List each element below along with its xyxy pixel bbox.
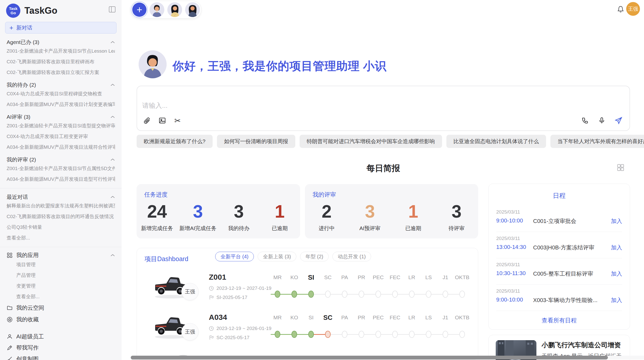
ai-employee-icon [7,334,13,340]
milestone-dot [409,291,415,298]
chat-input-card: ✂ [137,86,630,131]
suggestion-chip[interactable]: 特朗普可能对进口汽车增税会对中国车企造成哪些影响 [300,135,442,148]
tab-all-new-platform[interactable]: 全新平台 (4) [215,252,254,261]
view-all-link[interactable]: 查看全部... [7,233,115,243]
sidebar-item-favorites[interactable]: 我的收藏 [7,314,115,325]
microphone-icon[interactable] [597,116,606,125]
section-agent-done[interactable]: Agent已办 (3) [7,39,115,46]
list-item[interactable]: Z001-全新燃油轻卡产品开发项目SI节点属性5D文件评审 [7,163,115,174]
list-item[interactable]: Z001-全新燃油轻卡产品开发项目SI造型提交物评审 [7,121,115,131]
sidebar-collapse-icon[interactable] [108,6,116,13]
assistant-avatar [139,50,167,78]
suggestion-chip[interactable]: 比亚迪全固态电池计划具体说了什么 [446,135,546,148]
milestone-label: LS [420,274,437,281]
list-item[interactable]: C0X4-动力总成开发项目工程变更评审 [7,131,115,142]
stat-value: 1 [392,202,435,221]
section-ai-review[interactable]: AI评审 (3) [7,113,115,121]
list-item[interactable]: A034-全新新能源MUV产品开发项目计划变更表编写 [7,99,115,110]
phone-icon[interactable] [581,116,589,125]
schedule-time: 13:00-14:30 [496,244,526,250]
tab-new-body[interactable]: 全新上装 (3) [258,252,296,261]
project-dates: 2023-12-19 ~ 2026-01-19 [209,326,271,331]
layout-grid-icon[interactable] [617,163,625,172]
app-root: Task Go TaskGo + 新对话 Agent已办 (3) Z001-全新… [0,0,644,360]
stat-value: 24 [137,202,178,221]
session-avatar-2[interactable] [167,2,182,17]
section-label: 我的待办 (2) [7,81,36,88]
schedule-card: 日程 2025/03/11 9:00-10:00 C001-立项审批会 加入 2… [488,184,630,330]
suggestion-chip[interactable]: 如何写一份清晰的项目周报 [217,135,295,148]
join-link[interactable]: 加入 [611,217,622,225]
add-session-button[interactable]: + [132,3,147,17]
milestone-label: PA [336,274,353,281]
sidebar-item-my-apps[interactable]: 我的应用 [7,251,115,259]
chevron-up-icon [110,254,115,257]
user-avatar[interactable]: 王强 [626,2,640,16]
stat-new-ai-completed: 3 新增AI完成任务 [178,202,218,232]
view-all-link[interactable]: 查看全部... [7,291,115,302]
sidebar-item-project-mgmt[interactable]: 项目管理 [7,259,115,270]
app-title: TaskGo [24,5,57,16]
sidebar-item-ai-employee[interactable]: AI超级员工 [7,331,115,342]
divider [496,284,622,285]
milestone-label: OKTB [454,274,471,281]
stat-label: 待评审 [435,225,478,232]
section-recent-chats[interactable]: 最近对话 [7,193,115,201]
list-item[interactable]: A034-全新新能源MUV产品开发项目法规符合性评审 [7,142,115,153]
dashboard-tabs: 全新平台 (4) 全新上装 (3) 年型 (2) 动总开发 (1) [215,252,371,261]
section-my-todo[interactable]: 我的待办 (2) [7,81,115,88]
chevron-up-icon [110,41,115,44]
new-chat-label: 新对话 [16,24,32,31]
session-avatar-3[interactable] [185,2,200,17]
card-title: 我的评审 [313,191,336,199]
sidebar-item-change-mgmt[interactable]: 变更管理 [7,281,115,291]
tab-model-year[interactable]: 年型 (2) [300,252,329,261]
horizontal-scrollbar-thumb[interactable] [131,356,608,359]
new-chat-button[interactable]: + 新对话 [5,22,116,34]
image-icon[interactable] [158,116,167,125]
notifications-bell-icon[interactable] [617,5,625,13]
divider [496,258,622,258]
stat-pending-review: 3 待评审 [435,202,478,232]
view-all-schedule-link[interactable]: 查看所有日程 [489,317,630,324]
daily-briefing-title: 每日简报 [137,163,630,174]
join-link[interactable]: 加入 [611,244,622,251]
milestone-dot [392,331,398,338]
list-item[interactable]: A034-全新新能源MUV产品开发项目造型可行性评审 [7,174,115,185]
milestone-dot [325,291,331,298]
suggestion-chip[interactable]: 欧洲新规最近颁布了什么? [137,135,213,148]
my-apps-label: 我的应用 [16,251,39,259]
session-avatar-1[interactable] [150,2,164,17]
sidebar-item-product-mgmt[interactable]: 产品管理 [7,270,115,281]
join-link[interactable]: 加入 [611,270,622,278]
milestone-dot [291,331,297,338]
join-link[interactable]: 加入 [611,296,622,304]
sidebar-item-help-writing[interactable]: 帮我写作 [7,342,115,353]
chat-input[interactable] [142,100,498,111]
paperclip-icon[interactable] [143,116,151,125]
logo-row: Task Go TaskGo [0,2,122,20]
send-icon[interactable] [614,116,623,125]
list-item[interactable]: 解释最新出台的欧盟报废车法规再生塑料比例被调至15%... [7,201,115,211]
schedule-date: 2025/03/11 [496,209,520,215]
suggestion-chip[interactable]: 当下年轻人对汽车外观有怎样的喜好趋势 [550,135,644,148]
tab-powertrain[interactable]: 动总开发 (1) [332,252,371,261]
milestone-label: LS [420,314,437,321]
project-row-z001[interactable]: 王强 Z001 2023-12-19 ~ 2027-01-19 SI-2025-… [137,270,478,310]
list-item[interactable]: C02-飞腾新能源轻客改款项目的闭环通告反馈情况 [7,211,115,222]
stat-label: 新增完成任务 [137,225,178,232]
section-my-review[interactable]: 我的评审 (2) [7,156,115,163]
project-row-a034[interactable]: 王强 A034 2023-12-19 ~ 2026-01-19 SC-2025-… [137,310,478,350]
list-item[interactable]: C02-飞腾新能源轻客改款项目里程碑画布 [7,56,115,67]
attachment-tools: ✂ [143,116,182,125]
horizontal-scrollbar-track[interactable] [131,356,644,359]
ai-employee-label: AI超级员工 [16,333,44,340]
scissors-icon[interactable]: ✂ [173,116,182,125]
stat-value: 1 [259,202,300,221]
list-item[interactable]: C02-飞腾新能源轻客改款项目立项汇报方案 [7,67,115,78]
sidebar-item-creative-drawing[interactable]: 创意制图 [7,353,115,360]
sidebar-item-cloud-space[interactable]: 我的云空间 [7,302,115,314]
list-item[interactable]: C0X4-动力总成开发项目SI里程碑提交物检查 [7,88,115,99]
list-item[interactable]: 公司Q3轻卡销量 [7,222,115,233]
list-item[interactable]: Z001-全新燃油皮卡产品开发项目SI节点Lesson Learn报告 [7,46,115,56]
